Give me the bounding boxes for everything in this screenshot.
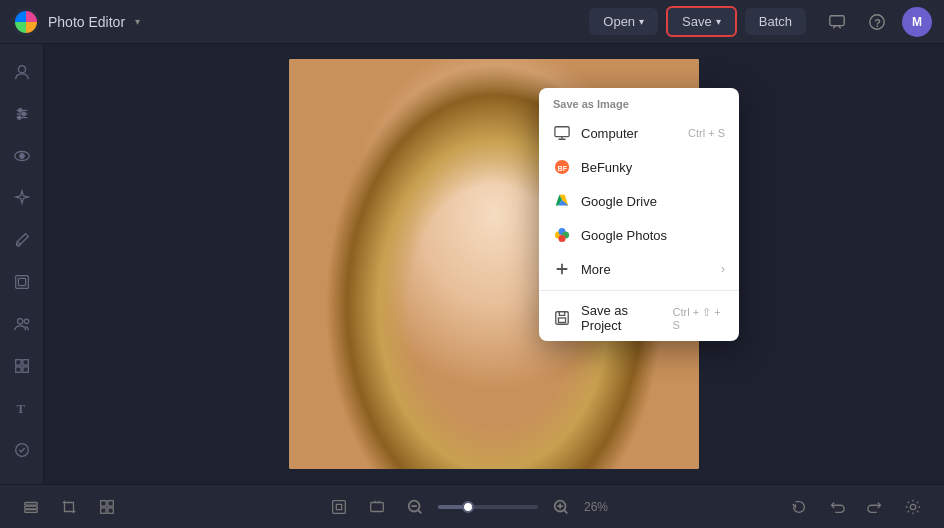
help-icon: ? — [868, 13, 886, 31]
history-back-icon-button[interactable] — [784, 492, 814, 522]
svg-point-7 — [18, 109, 22, 113]
dropdown-item-save-project[interactable]: Save as Project Ctrl + ⇧ + S — [539, 295, 739, 341]
svg-rect-17 — [15, 360, 20, 365]
sidebar-item-text[interactable]: T — [4, 390, 40, 426]
grid-view-icon-button[interactable] — [92, 492, 122, 522]
svg-rect-0 — [830, 15, 844, 25]
dropdown-item-google-photos[interactable]: Google Photos — [539, 218, 739, 252]
svg-rect-18 — [22, 360, 27, 365]
svg-point-9 — [17, 116, 21, 120]
svg-text:BF: BF — [558, 165, 568, 173]
svg-rect-23 — [555, 127, 569, 137]
svg-rect-13 — [15, 276, 28, 289]
topbar-icons: ? M — [822, 7, 932, 37]
bottom-center-zoom: 26% — [324, 492, 620, 522]
app-title: Photo Editor — [48, 14, 125, 30]
svg-rect-44 — [108, 507, 113, 512]
dropdown-divider — [539, 290, 739, 291]
svg-point-11 — [19, 154, 24, 159]
svg-line-48 — [418, 509, 422, 513]
dropdown-item-befunky[interactable]: BF BeFunky — [539, 150, 739, 184]
sidebar-item-sparkle[interactable] — [4, 180, 40, 216]
zoom-in-button[interactable] — [546, 492, 576, 522]
bottombar: 26% — [0, 484, 944, 528]
svg-point-15 — [17, 319, 22, 324]
help-icon-button[interactable]: ? — [862, 7, 892, 37]
svg-rect-38 — [25, 502, 38, 505]
avatar[interactable]: M — [902, 7, 932, 37]
svg-rect-20 — [22, 367, 27, 372]
main-content: T Save as Image Computer Ctrl + S B — [0, 44, 944, 484]
svg-point-16 — [24, 319, 29, 324]
svg-rect-45 — [333, 500, 346, 513]
dropdown-item-more[interactable]: More › — [539, 252, 739, 286]
settings-icon-button[interactable] — [898, 492, 928, 522]
layers-icon-button[interactable] — [16, 492, 46, 522]
canvas-area: Save as Image Computer Ctrl + S BF BeFun… — [44, 44, 944, 484]
sidebar-item-brush[interactable] — [4, 222, 40, 258]
befunky-icon: BF — [553, 158, 571, 176]
sidebar: T — [0, 44, 44, 484]
svg-point-54 — [910, 504, 915, 509]
dropdown-item-google-drive[interactable]: Google Drive — [539, 184, 739, 218]
bottom-left-tools — [16, 492, 122, 522]
zoom-out-button[interactable] — [400, 492, 430, 522]
logo-icon — [12, 8, 40, 36]
project-icon — [553, 309, 571, 327]
svg-rect-41 — [101, 500, 106, 505]
plus-icon — [553, 260, 571, 278]
svg-rect-40 — [25, 509, 38, 512]
sidebar-item-frame[interactable] — [4, 264, 40, 300]
sidebar-item-grid[interactable] — [4, 348, 40, 384]
fit-screen-icon-button[interactable] — [324, 492, 354, 522]
app-title-chevron: ▾ — [135, 16, 140, 27]
comment-icon — [828, 13, 846, 31]
comment-icon-button[interactable] — [822, 7, 852, 37]
sidebar-item-sliders[interactable] — [4, 96, 40, 132]
svg-text:?: ? — [874, 16, 881, 28]
google-drive-icon — [553, 192, 571, 210]
sidebar-item-person[interactable] — [4, 54, 40, 90]
sidebar-item-people[interactable] — [4, 306, 40, 342]
open-button[interactable]: Open ▾ — [589, 8, 658, 35]
svg-rect-42 — [108, 500, 113, 505]
svg-text:T: T — [16, 402, 25, 416]
undo-icon-button[interactable] — [822, 492, 852, 522]
actual-size-icon-button[interactable] — [362, 492, 392, 522]
svg-point-8 — [22, 112, 26, 116]
svg-rect-14 — [18, 278, 25, 285]
dropdown-item-computer[interactable]: Computer Ctrl + S — [539, 116, 739, 150]
zoom-slider[interactable] — [438, 505, 538, 509]
svg-point-22 — [15, 444, 28, 457]
dropdown-section-title: Save as Image — [539, 88, 739, 116]
monitor-icon — [553, 124, 571, 142]
svg-rect-19 — [15, 367, 20, 372]
svg-line-51 — [564, 509, 568, 513]
sidebar-item-eye[interactable] — [4, 138, 40, 174]
bottom-right-tools — [784, 492, 928, 522]
topbar: Photo Editor ▾ Open ▾ Save ▾ Batch ? M — [0, 0, 944, 44]
zoom-percent: 26% — [584, 500, 620, 514]
svg-rect-43 — [101, 507, 106, 512]
crop-icon-button[interactable] — [54, 492, 84, 522]
svg-rect-37 — [558, 318, 565, 322]
svg-rect-46 — [371, 502, 384, 511]
open-chevron-icon: ▾ — [639, 16, 644, 27]
svg-rect-39 — [25, 506, 38, 509]
google-photos-icon — [553, 226, 571, 244]
redo-icon-button[interactable] — [860, 492, 890, 522]
save-button[interactable]: Save ▾ — [666, 6, 737, 37]
sidebar-item-badge[interactable] — [4, 432, 40, 468]
batch-button[interactable]: Batch — [745, 8, 806, 35]
more-arrow-icon: › — [721, 262, 725, 276]
svg-point-33 — [558, 235, 565, 242]
save-dropdown-menu: Save as Image Computer Ctrl + S BF BeFun… — [539, 88, 739, 341]
svg-point-3 — [18, 66, 25, 73]
save-chevron-icon: ▾ — [716, 16, 721, 27]
